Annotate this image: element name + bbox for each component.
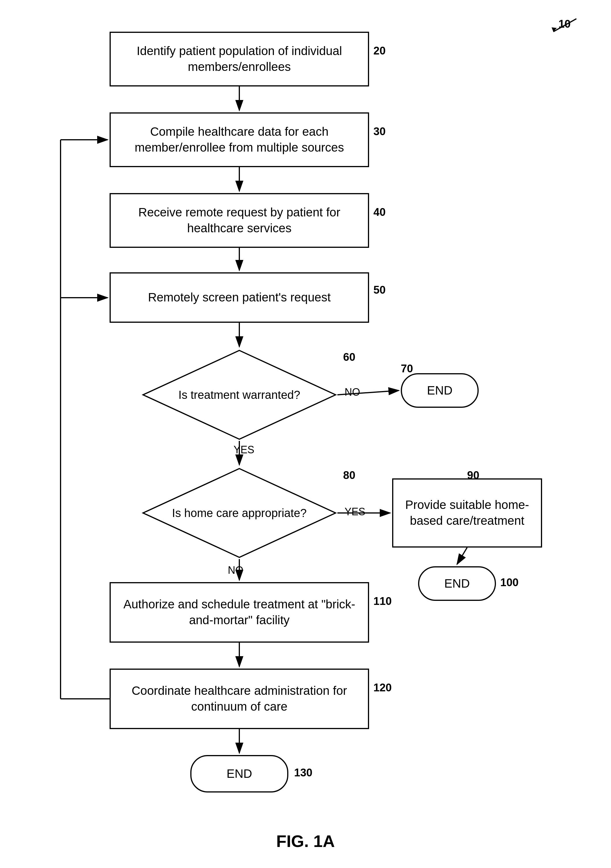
- label-90: 90: [467, 469, 479, 482]
- box-110: Authorize and schedule treatment at "bri…: [110, 582, 369, 643]
- label-40: 40: [373, 206, 386, 219]
- label-80: 80: [343, 469, 355, 482]
- label-110: 110: [373, 595, 392, 608]
- box-90: Provide suitable home-based care/treatme…: [392, 478, 542, 547]
- box-50: Remotely screen patient's request: [110, 272, 369, 323]
- box-100: END: [418, 566, 496, 601]
- label-130: 130: [294, 767, 312, 779]
- box-40: Receive remote request by patient for he…: [110, 193, 369, 248]
- label-50: 50: [373, 284, 386, 296]
- ref-10-arrow: [547, 16, 582, 36]
- svg-line-12: [457, 547, 467, 564]
- yes-label-80: YES: [345, 506, 365, 518]
- diamond-80: Is home care appropriate?: [141, 467, 337, 559]
- box-20: Identify patient population of individua…: [110, 32, 369, 87]
- box-30: Compile healthcare data for each member/…: [110, 112, 369, 167]
- box-70: END: [401, 373, 479, 408]
- no-label-60: NO: [345, 386, 360, 398]
- diamond-60: Is treatment warranted?: [141, 349, 337, 441]
- label-30: 30: [373, 126, 386, 138]
- label-20: 20: [373, 45, 386, 57]
- label-120: 120: [373, 682, 392, 694]
- label-70: 70: [401, 363, 413, 375]
- label-60: 60: [343, 351, 355, 363]
- box-120: Coordinate healthcare administration for…: [110, 668, 369, 729]
- figure-caption: FIG. 1A: [0, 831, 611, 851]
- yes-label-60: YES: [233, 444, 254, 456]
- label-100: 100: [500, 577, 518, 589]
- box-130: END: [190, 755, 288, 792]
- flowchart-diagram: 10 Identify patient population of indivi…: [0, 0, 611, 868]
- no-label-80: NO: [228, 564, 243, 577]
- svg-line-0: [553, 19, 577, 32]
